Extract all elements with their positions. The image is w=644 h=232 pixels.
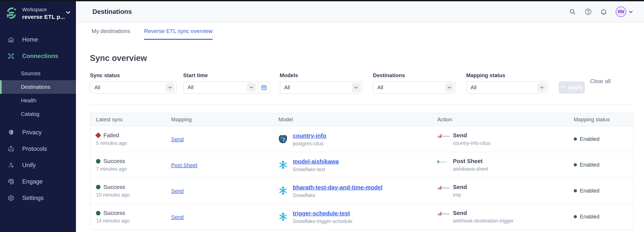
chevron-down-icon: [352, 83, 361, 92]
snowflake-icon: [278, 160, 288, 170]
mapping-status: Enabled: [580, 214, 600, 220]
sidebar-item-privacy[interactable]: Privacy: [0, 124, 76, 141]
bell-icon[interactable]: [600, 8, 608, 15]
table-header: Latest sync Mapping Model Action Mapping…: [90, 113, 633, 126]
table-row: Success 10 minutes ago Send bharath-test…: [90, 178, 633, 204]
filter-label-start-time: Start time: [183, 72, 270, 78]
select-value: All: [94, 84, 100, 91]
gear-icon: [8, 195, 14, 201]
action-destination: tmp: [453, 192, 467, 198]
mapping-status: Enabled: [580, 162, 600, 168]
sidebar-item-label: Protocols: [22, 146, 47, 152]
workspace-switcher[interactable]: Workspace reverse ETL p...: [0, 1, 76, 26]
start-time-select[interactable]: All: [184, 82, 258, 93]
action-name: Post Sheet: [453, 158, 488, 165]
sidebar-item-label: Connections: [22, 53, 58, 59]
sidebar-item-catalog[interactable]: Catalog: [0, 107, 76, 121]
sync-status-select[interactable]: All: [90, 81, 176, 94]
filter-icon: [561, 85, 566, 90]
action-name: Send: [453, 184, 467, 191]
sidebar-item-connections[interactable]: Connections: [0, 48, 76, 64]
app-window: Workspace reverse ETL p... Home Connecti…: [0, 0, 644, 232]
success-status-icon: [96, 211, 100, 216]
sync-status: Success: [103, 184, 125, 191]
sidebar-item-home[interactable]: Home: [0, 31, 76, 48]
section-heading: Sync overview: [90, 53, 644, 63]
model-link[interactable]: trigger-schedule-test: [293, 210, 350, 217]
sidebar-item-protocols[interactable]: Protocols: [0, 141, 76, 157]
select-value: All: [284, 84, 290, 91]
action-destination: country-info-citus: [453, 140, 490, 146]
mapping-link[interactable]: Post Sheet: [171, 162, 197, 168]
tab-reverse-etl-sync-overview[interactable]: Reverse ETL sync overview: [144, 22, 212, 40]
chevron-down-icon: [628, 9, 633, 14]
workspace-name: reverse ETL p...: [22, 14, 65, 20]
filter-label-destinations: Destinations: [373, 72, 456, 78]
snowflake-icon: [278, 186, 288, 196]
sync-status: Success: [103, 158, 125, 165]
chevron-down-icon: [247, 83, 256, 92]
svg-text:webhooks: webhooks: [442, 135, 450, 137]
connections-icon: [8, 53, 14, 59]
sync-time: 14 minutes ago: [96, 218, 165, 224]
sidebar-item-destinations[interactable]: Destinations: [0, 80, 76, 94]
column-latest-sync: Latest sync: [90, 116, 166, 123]
apply-button[interactable]: Apply: [558, 81, 585, 94]
model-source: postgres-citus: [293, 141, 326, 146]
sidebar-item-settings[interactable]: Settings: [0, 190, 76, 206]
models-select[interactable]: All: [280, 81, 363, 94]
main-area: Destinations RN My destinations Reverse …: [76, 1, 644, 232]
sidebar-item-sources[interactable]: Sources: [0, 67, 76, 80]
search-icon[interactable]: [569, 8, 576, 15]
window-edge: [0, 0, 644, 1]
sync-time: 7 minutes ago: [96, 166, 165, 172]
sidebar-item-health[interactable]: Health: [0, 94, 76, 107]
divider: [90, 104, 634, 105]
sidebar-item-label: Engage: [22, 178, 43, 185]
postgres-icon: [278, 134, 288, 144]
clear-all-link[interactable]: Clear all: [590, 78, 610, 84]
mapping-status: Enabled: [580, 188, 600, 194]
enabled-dot-icon: [574, 163, 577, 166]
mapping-link[interactable]: Send: [171, 214, 184, 220]
calendar-icon[interactable]: [258, 82, 270, 93]
webhooks-icon: webhooks: [437, 134, 450, 138]
column-model: Model: [273, 116, 432, 123]
content: Sync overview Sync status All Start time…: [76, 53, 644, 230]
help-icon[interactable]: [584, 8, 592, 15]
snowflake-icon: [278, 212, 288, 222]
sync-status: Failed: [103, 132, 119, 139]
sidebar-item-label: Health: [21, 97, 36, 104]
page-title: Destinations: [92, 8, 132, 15]
webhooks-icon: webhooks: [437, 211, 450, 216]
avatar[interactable]: RN: [616, 6, 626, 17]
table-row: Failed 5 minutes ago Send country-info p…: [90, 126, 633, 152]
mapping-link[interactable]: Send: [171, 188, 184, 194]
svg-text:webhooks: webhooks: [442, 187, 450, 189]
action-destination: aishikawa-sheet: [453, 166, 488, 172]
tab-bar: My destinations Reverse ETL sync overvie…: [76, 22, 644, 40]
user-menu[interactable]: RN: [616, 6, 633, 17]
connections-subnav: Sources Destinations Health Catalog: [0, 67, 76, 121]
mapping-link[interactable]: Send: [171, 136, 184, 142]
model-link[interactable]: country-info: [293, 132, 326, 139]
sidebar-item-label: Unify: [22, 162, 36, 169]
column-mapping: Mapping: [166, 116, 273, 123]
protocols-icon: [8, 146, 14, 152]
sync-time: 10 minutes ago: [96, 192, 165, 198]
start-time-control: All: [183, 81, 270, 94]
destinations-select[interactable]: All: [373, 81, 456, 94]
sidebar-item-unify[interactable]: Unify: [0, 157, 76, 174]
tab-my-destinations[interactable]: My destinations: [92, 22, 130, 40]
chevron-down-icon: [65, 9, 71, 17]
mapping-status-select[interactable]: All: [466, 81, 548, 94]
model-link[interactable]: bharath-test-day-and-time-model: [293, 184, 383, 191]
model-link[interactable]: model-aishikawa: [293, 158, 339, 165]
model-source: Snowflake-trigger-schedule: [293, 219, 352, 224]
failed-status-icon: [95, 132, 101, 138]
enabled-dot-icon: [574, 137, 577, 141]
sync-table: Latest sync Mapping Model Action Mapping…: [90, 113, 634, 230]
column-action: Action: [432, 116, 568, 123]
sidebar-item-engage[interactable]: Engage: [0, 173, 76, 190]
sync-status: Success: [103, 210, 125, 216]
